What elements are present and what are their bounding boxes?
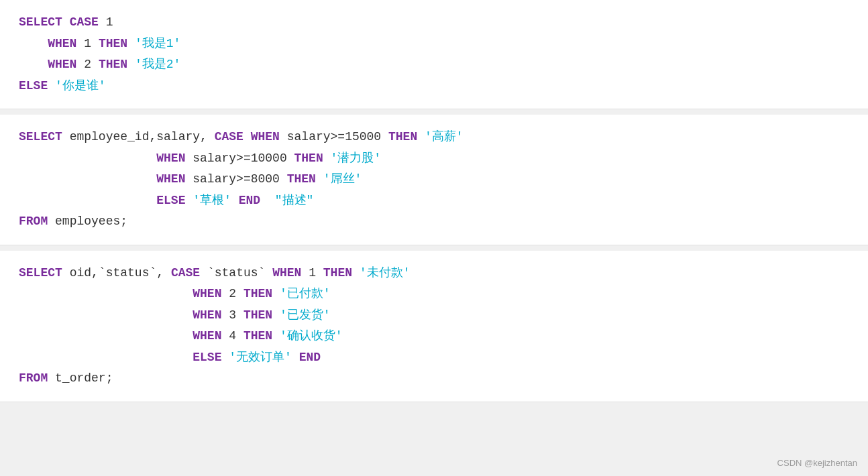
footer-label: CSDN @kejizhentan: [777, 457, 857, 471]
code-line-b3l3: WHEN 3 THEN '已发货': [19, 305, 849, 326]
code-line-b1l2: WHEN 1 THEN '我是1': [19, 34, 849, 55]
page-container: SELECT CASE 1 WHEN 1 THEN '我是1' WHEN 2 T…: [0, 0, 868, 402]
code-line-b3l1: SELECT oid,`status`, CASE `status` WHEN …: [19, 263, 849, 284]
code-line-b2l2: WHEN salary>=10000 THEN '潜力股': [19, 148, 849, 170]
code-line-b1l1: SELECT CASE 1: [19, 12, 849, 34]
code-block-block3: SELECT oid,`status`, CASE `status` WHEN …: [0, 251, 868, 402]
code-block-block2: SELECT employee_id,salary, CASE WHEN sal…: [0, 115, 868, 245]
code-line-b1l3: WHEN 2 THEN '我是2': [19, 54, 849, 76]
code-line-b2l1: SELECT employee_id,salary, CASE WHEN sal…: [19, 127, 849, 148]
code-line-b3l6: FROM t_order;: [19, 368, 849, 390]
code-line-b2l3: WHEN salary>=8000 THEN '屌丝': [19, 169, 849, 190]
code-line-b2l5: FROM employees;: [19, 211, 849, 233]
code-line-b3l2: WHEN 2 THEN '已付款': [19, 284, 849, 305]
code-block-block1: SELECT CASE 1 WHEN 1 THEN '我是1' WHEN 2 T…: [0, 0, 868, 109]
code-line-b2l4: ELSE '草根' END "描述": [19, 190, 849, 212]
code-line-b3l4: WHEN 4 THEN '确认收货': [19, 326, 849, 347]
code-line-b3l5: ELSE '无效订单' END: [19, 347, 849, 369]
code-line-b1l4: ELSE '你是谁': [19, 76, 849, 97]
